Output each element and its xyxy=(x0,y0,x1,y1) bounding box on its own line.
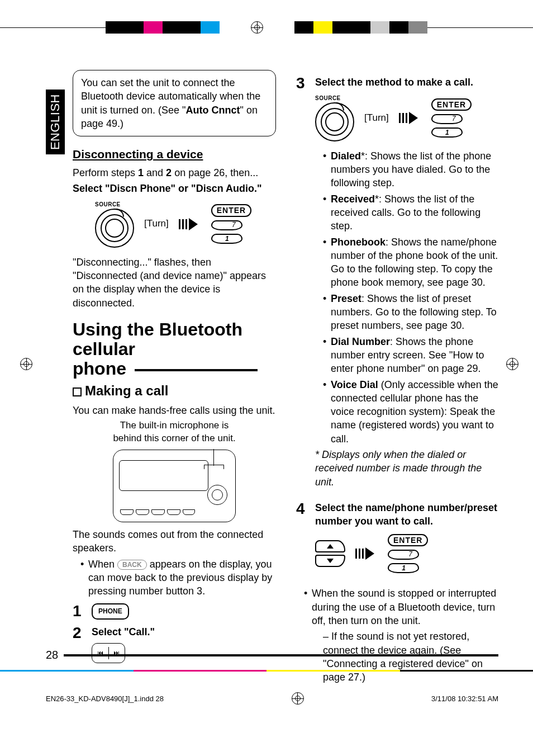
footer-filename: EN26-33_KD-ADV8490[J]_1.indd 28 xyxy=(46,694,164,703)
disconnecting-heading: Disconnecting a device xyxy=(73,147,276,162)
page-number: 28 xyxy=(46,649,58,662)
button-7-icon xyxy=(431,114,463,124)
enter-button-icon: ENTER xyxy=(388,534,428,547)
method-voice-dial: Voice Dial (Only accessible when the con… xyxy=(323,378,499,446)
step-3-number: 3 xyxy=(296,75,307,91)
dial-knob-icon xyxy=(95,209,134,248)
back-tip: When BACK appears on the display, you ca… xyxy=(80,557,276,598)
color-chips-left xyxy=(106,21,220,34)
button-7-icon xyxy=(211,220,242,230)
method-dial-number: Dial Number: Shows the phone number entr… xyxy=(323,335,499,376)
step-4-number: 4 xyxy=(296,501,307,517)
source-label: SOURCE xyxy=(315,94,354,102)
page-footer: 28 xyxy=(46,649,498,662)
footer-color-bar xyxy=(0,670,533,672)
arrow-icon xyxy=(179,218,201,230)
step-4-text: Select the name/phone number/preset numb… xyxy=(315,501,499,528)
sounds-out-text: The sounds comes out from the connected … xyxy=(73,528,276,555)
head-unit-illustration xyxy=(113,450,236,522)
button-1-icon xyxy=(388,563,419,573)
button-7-icon xyxy=(388,550,419,560)
step-3-diagram: SOURCE [Turn] ENTER xyxy=(315,94,499,141)
auto-connect-note: You can set the unit to connect the Blue… xyxy=(73,70,276,136)
auto-cnnct-label: Auto Cnnct xyxy=(186,105,240,116)
registration-mark-left-icon xyxy=(17,358,36,370)
enter-button-icon: ENTER xyxy=(211,204,251,217)
button-1-icon xyxy=(431,127,463,138)
select-discn-line: Select "Discn Phone" or "Discn Audio." xyxy=(73,182,276,195)
source-label: SOURCE xyxy=(95,201,134,209)
square-bullet-icon xyxy=(73,388,82,396)
turn-label: [Turn] xyxy=(144,218,169,230)
footer-meta: EN26-33_KD-ADV8490[J]_1.indd 28 3/11/08 … xyxy=(46,692,498,705)
turn-enter-diagram: SOURCE [Turn] ENTER xyxy=(73,201,276,248)
making-call-intro: You can make hands-free calls using the … xyxy=(73,404,276,417)
method-received: Received*: Shows the list of the receive… xyxy=(323,192,499,233)
step-1-number: 1 xyxy=(73,603,84,619)
method-preset: Preset: Shows the list of preset numbers… xyxy=(323,292,499,333)
back-button-icon: BACK xyxy=(117,560,147,570)
registration-mark-right-icon xyxy=(503,358,522,370)
heading-rule-icon xyxy=(135,369,258,371)
enter-button-icon: ENTER xyxy=(431,98,472,111)
color-chips-right xyxy=(294,21,427,34)
registration-mark-bottom-icon xyxy=(292,692,304,705)
disconnect-result-text: "Disconnecting..." flashes, then "Discon… xyxy=(73,256,276,310)
down-button-icon xyxy=(315,555,345,567)
print-registration-top xyxy=(0,21,533,34)
step-2-number: 2 xyxy=(73,625,84,641)
step-3-text: Select the method to make a call. xyxy=(315,75,499,89)
step-2-text: Select "Call." xyxy=(92,625,276,639)
methods-footnote: * Displays only when the dialed or recei… xyxy=(315,448,499,489)
arrow-icon xyxy=(355,547,378,560)
mic-caption: The built-in microphone isbehind this co… xyxy=(73,419,276,445)
footer-rule-icon xyxy=(64,654,498,656)
up-button-icon xyxy=(315,540,345,552)
arrow-icon xyxy=(399,112,421,124)
making-a-call-heading: Making a call xyxy=(73,382,276,400)
registration-mark-icon xyxy=(251,21,263,34)
perform-steps-line: Perform steps 1 and 2 on page 26, then..… xyxy=(73,166,276,179)
method-phonebook: Phonebook: Shows the name/phone number o… xyxy=(323,235,499,290)
turn-label: [Turn] xyxy=(364,112,389,125)
method-dialed: Dialed*: Shows the list of the phone num… xyxy=(323,149,499,190)
dial-knob-icon xyxy=(315,102,354,141)
button-1-icon xyxy=(211,234,242,244)
phone-button-icon: PHONE xyxy=(92,603,129,619)
using-bluetooth-heading: Using the Bluetooth cellular phone xyxy=(73,320,276,379)
step-4-diagram: ENTER xyxy=(315,534,499,574)
footer-datetime: 3/11/08 10:32:51 AM xyxy=(431,694,498,703)
